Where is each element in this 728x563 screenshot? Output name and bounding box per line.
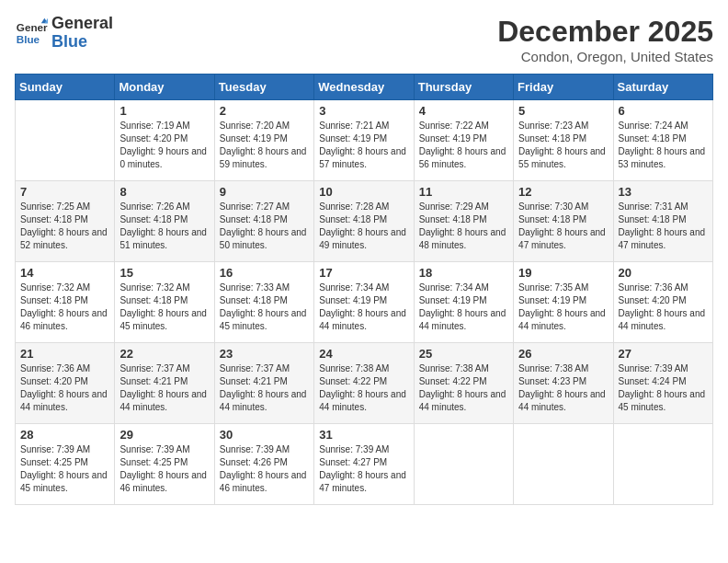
day-info: Sunrise: 7:25 AMSunset: 4:18 PMDaylight:…: [20, 201, 109, 252]
day-info: Sunrise: 7:20 AMSunset: 4:19 PMDaylight:…: [220, 120, 309, 171]
title-area: December 2025 Condon, Oregon, United Sta…: [497, 15, 713, 64]
day-info: Sunrise: 7:32 AMSunset: 4:18 PMDaylight:…: [20, 282, 109, 333]
day-number: 12: [518, 185, 608, 199]
day-info: Sunrise: 7:38 AMSunset: 4:23 PMDaylight:…: [518, 362, 608, 414]
day-info: Sunrise: 7:39 AMSunset: 4:25 PMDaylight:…: [119, 443, 209, 495]
day-info: Sunrise: 7:39 AMSunset: 4:26 PMDaylight:…: [220, 443, 309, 495]
day-info: Sunrise: 7:28 AMSunset: 4:18 PMDaylight:…: [319, 201, 408, 252]
day-cell: 24Sunrise: 7:38 AMSunset: 4:22 PMDayligh…: [314, 343, 414, 424]
day-info: Sunrise: 7:24 AMSunset: 4:18 PMDaylight:…: [619, 120, 708, 171]
day-number: 19: [518, 266, 608, 280]
day-cell: 15Sunrise: 7:32 AMSunset: 4:18 PMDayligh…: [115, 262, 214, 343]
day-cell: 11Sunrise: 7:29 AMSunset: 4:18 PMDayligh…: [414, 181, 513, 262]
day-info: Sunrise: 7:31 AMSunset: 4:18 PMDaylight:…: [619, 201, 708, 252]
logo-icon: General Blue: [15, 17, 48, 50]
day-info: Sunrise: 7:37 AMSunset: 4:21 PMDaylight:…: [220, 362, 309, 414]
day-cell: 30Sunrise: 7:39 AMSunset: 4:26 PMDayligh…: [214, 424, 313, 505]
day-info: Sunrise: 7:29 AMSunset: 4:18 PMDaylight:…: [419, 201, 508, 252]
day-cell: [16, 100, 115, 181]
weekday-header-monday: Monday: [115, 75, 214, 100]
calendar-table: SundayMondayTuesdayWednesdayThursdayFrid…: [15, 74, 713, 505]
day-cell: 10Sunrise: 7:28 AMSunset: 4:18 PMDayligh…: [314, 181, 414, 262]
weekday-header-tuesday: Tuesday: [214, 75, 313, 100]
day-info: Sunrise: 7:34 AMSunset: 4:19 PMDaylight:…: [319, 282, 408, 333]
month-title: December 2025: [497, 15, 713, 49]
day-number: 26: [518, 347, 608, 361]
weekday-header-friday: Friday: [514, 75, 613, 100]
weekday-header-saturday: Saturday: [613, 75, 712, 100]
day-number: 23: [220, 347, 309, 361]
day-number: 3: [319, 104, 408, 118]
day-cell: 28Sunrise: 7:39 AMSunset: 4:25 PMDayligh…: [16, 424, 115, 505]
day-number: 10: [319, 185, 408, 199]
logo: General Blue General Blue: [15, 15, 113, 52]
day-cell: 29Sunrise: 7:39 AMSunset: 4:25 PMDayligh…: [115, 424, 214, 505]
day-number: 18: [419, 266, 508, 280]
day-number: 4: [419, 104, 508, 118]
day-cell: 1Sunrise: 7:19 AMSunset: 4:20 PMDaylight…: [115, 100, 214, 181]
day-number: 29: [119, 428, 209, 442]
day-info: Sunrise: 7:22 AMSunset: 4:19 PMDaylight:…: [419, 120, 508, 171]
day-number: 14: [20, 266, 109, 280]
day-info: Sunrise: 7:39 AMSunset: 4:24 PMDaylight:…: [619, 362, 708, 414]
day-number: 21: [20, 347, 109, 361]
day-cell: 31Sunrise: 7:39 AMSunset: 4:27 PMDayligh…: [314, 424, 414, 505]
day-cell: 12Sunrise: 7:30 AMSunset: 4:18 PMDayligh…: [514, 181, 613, 262]
day-number: 13: [619, 185, 708, 199]
week-row-1: 1Sunrise: 7:19 AMSunset: 4:20 PMDaylight…: [16, 100, 713, 181]
day-info: Sunrise: 7:23 AMSunset: 4:18 PMDaylight:…: [518, 120, 608, 171]
day-cell: 18Sunrise: 7:34 AMSunset: 4:19 PMDayligh…: [414, 262, 513, 343]
day-info: Sunrise: 7:35 AMSunset: 4:19 PMDaylight:…: [518, 282, 608, 333]
day-info: Sunrise: 7:37 AMSunset: 4:21 PMDaylight:…: [119, 362, 209, 414]
week-row-4: 21Sunrise: 7:36 AMSunset: 4:20 PMDayligh…: [16, 343, 713, 424]
day-cell: [613, 424, 712, 505]
day-cell: 4Sunrise: 7:22 AMSunset: 4:19 PMDaylight…: [414, 100, 513, 181]
day-cell: 6Sunrise: 7:24 AMSunset: 4:18 PMDaylight…: [613, 100, 712, 181]
day-cell: 20Sunrise: 7:36 AMSunset: 4:20 PMDayligh…: [613, 262, 712, 343]
day-number: 22: [119, 347, 209, 361]
logo-blue-text: Blue: [51, 32, 87, 51]
day-cell: 21Sunrise: 7:36 AMSunset: 4:20 PMDayligh…: [16, 343, 115, 424]
day-cell: [514, 424, 613, 505]
day-cell: 16Sunrise: 7:33 AMSunset: 4:18 PMDayligh…: [214, 262, 313, 343]
day-info: Sunrise: 7:34 AMSunset: 4:19 PMDaylight:…: [419, 282, 508, 333]
day-cell: 14Sunrise: 7:32 AMSunset: 4:18 PMDayligh…: [16, 262, 115, 343]
day-info: Sunrise: 7:36 AMSunset: 4:20 PMDaylight:…: [20, 362, 109, 414]
svg-text:Blue: Blue: [17, 33, 40, 45]
day-cell: 27Sunrise: 7:39 AMSunset: 4:24 PMDayligh…: [613, 343, 712, 424]
day-info: Sunrise: 7:36 AMSunset: 4:20 PMDaylight:…: [619, 282, 708, 333]
day-info: Sunrise: 7:39 AMSunset: 4:27 PMDaylight:…: [319, 443, 408, 495]
day-number: 28: [20, 428, 109, 442]
day-cell: 22Sunrise: 7:37 AMSunset: 4:21 PMDayligh…: [115, 343, 214, 424]
day-info: Sunrise: 7:32 AMSunset: 4:18 PMDaylight:…: [119, 282, 209, 333]
day-number: 31: [319, 428, 408, 442]
day-info: Sunrise: 7:39 AMSunset: 4:25 PMDaylight:…: [20, 443, 109, 495]
weekday-header-sunday: Sunday: [16, 75, 115, 100]
day-number: 2: [220, 104, 309, 118]
day-info: Sunrise: 7:26 AMSunset: 4:18 PMDaylight:…: [119, 201, 209, 252]
day-number: 17: [319, 266, 408, 280]
day-cell: 5Sunrise: 7:23 AMSunset: 4:18 PMDaylight…: [514, 100, 613, 181]
day-cell: 19Sunrise: 7:35 AMSunset: 4:19 PMDayligh…: [514, 262, 613, 343]
day-cell: 26Sunrise: 7:38 AMSunset: 4:23 PMDayligh…: [514, 343, 613, 424]
day-number: 30: [220, 428, 309, 442]
day-info: Sunrise: 7:19 AMSunset: 4:20 PMDaylight:…: [119, 120, 209, 171]
day-cell: 25Sunrise: 7:38 AMSunset: 4:22 PMDayligh…: [414, 343, 513, 424]
day-cell: 8Sunrise: 7:26 AMSunset: 4:18 PMDaylight…: [115, 181, 214, 262]
day-number: 1: [119, 104, 209, 118]
week-row-2: 7Sunrise: 7:25 AMSunset: 4:18 PMDaylight…: [16, 181, 713, 262]
day-info: Sunrise: 7:38 AMSunset: 4:22 PMDaylight:…: [319, 362, 408, 414]
weekday-header-thursday: Thursday: [414, 75, 513, 100]
logo-general-text: General: [51, 14, 113, 32]
weekday-header-wednesday: Wednesday: [314, 75, 414, 100]
day-cell: 3Sunrise: 7:21 AMSunset: 4:19 PMDaylight…: [314, 100, 414, 181]
day-number: 24: [319, 347, 408, 361]
day-cell: 7Sunrise: 7:25 AMSunset: 4:18 PMDaylight…: [16, 181, 115, 262]
day-number: 25: [419, 347, 508, 361]
day-number: 6: [619, 104, 708, 118]
day-cell: 9Sunrise: 7:27 AMSunset: 4:18 PMDaylight…: [214, 181, 313, 262]
weekday-header-row: SundayMondayTuesdayWednesdayThursdayFrid…: [16, 75, 713, 100]
day-info: Sunrise: 7:38 AMSunset: 4:22 PMDaylight:…: [419, 362, 508, 414]
day-cell: 17Sunrise: 7:34 AMSunset: 4:19 PMDayligh…: [314, 262, 414, 343]
day-cell: 13Sunrise: 7:31 AMSunset: 4:18 PMDayligh…: [613, 181, 712, 262]
